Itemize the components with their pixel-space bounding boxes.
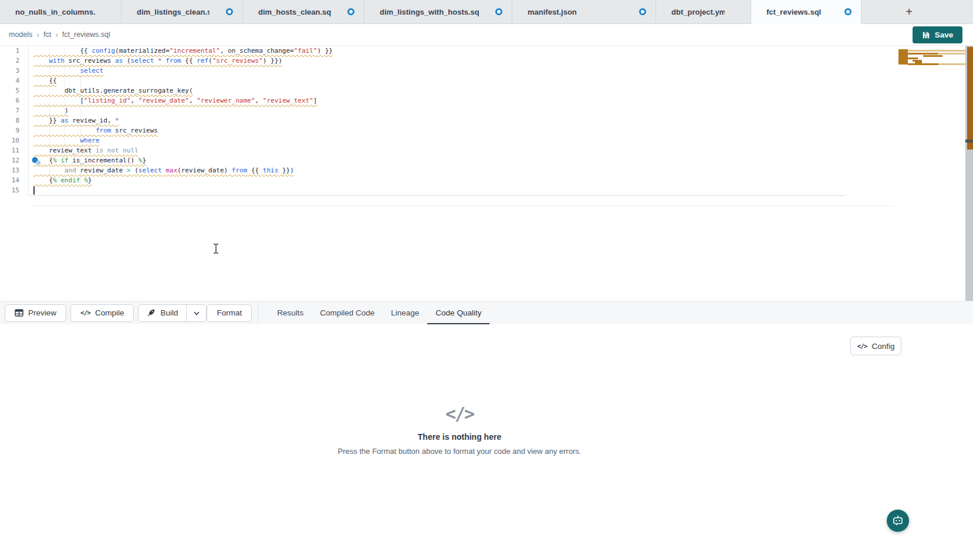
tab-fct_reviews.sql[interactable]: fct_reviews.sql xyxy=(751,0,861,24)
tab-dim_listings_clean.sql[interactable]: dim_listings_clean.sql xyxy=(121,0,243,23)
tab-label: manifest.json xyxy=(528,8,577,16)
line-number: 6 xyxy=(0,96,19,106)
rocket-icon xyxy=(147,308,156,317)
code-line-text: {{ config(materialized="incremental", on… xyxy=(33,46,333,56)
tab-manifest.json[interactable]: manifest.json xyxy=(512,0,656,23)
tab-results[interactable]: Results xyxy=(269,301,312,325)
editor-action-toolbar: Preview</>CompileBuildFormatResultsCompi… xyxy=(0,301,973,324)
tab-dim_listings_with_hosts.sql[interactable]: dim_listings_with_hosts.sql xyxy=(364,0,512,23)
scrollbar-thumb[interactable] xyxy=(965,140,973,142)
editor-tab-bar: no_nulls_in_columns.sqldim_listings_clea… xyxy=(0,0,973,24)
breadcrumb-item[interactable]: models xyxy=(9,30,32,39)
copilot-chat-button[interactable] xyxy=(887,510,909,532)
tab-compiled-code[interactable]: Compiled Code xyxy=(312,301,383,325)
table-icon xyxy=(15,308,23,317)
new-tab-button[interactable]: + xyxy=(901,4,917,19)
line-number: 8 xyxy=(0,116,19,125)
code-line-10[interactable]: 10 where xyxy=(0,135,965,145)
build-options-caret[interactable] xyxy=(186,305,206,321)
minimap-bar xyxy=(908,50,965,52)
code-quality-panel: </> Config </> There is nothing here Pre… xyxy=(0,324,973,560)
tab-label: dim_listings_clean.sql xyxy=(137,8,210,16)
active-line-border xyxy=(29,195,845,196)
line-number: 15 xyxy=(0,185,19,195)
minimap-bar xyxy=(905,57,918,59)
button-label: Preview xyxy=(28,308,56,317)
code-line-12[interactable]: 12 {% if is_incremental() %} xyxy=(0,155,965,165)
code-line-8[interactable]: 8 }} as review_id, * xyxy=(0,116,965,125)
code-line-5[interactable]: 5 dbt_utils.generate_surrogate_key( xyxy=(0,86,965,96)
breadcrumb-item[interactable]: fct_reviews.sql xyxy=(62,30,110,39)
code-line-13[interactable]: 13 and review_date > (select max(review_… xyxy=(0,165,965,175)
preview-button[interactable]: Preview xyxy=(5,304,66,322)
code-icon: </> xyxy=(80,309,90,317)
code-line-text: {% if is_incremental() %} xyxy=(33,155,146,165)
line-number: 1 xyxy=(0,46,19,56)
minimap-bar xyxy=(904,53,938,55)
tab-label: fct_reviews.sql xyxy=(766,8,821,16)
copilot-chat-icon xyxy=(892,515,904,527)
code-line-3[interactable]: 3 select xyxy=(0,66,965,76)
text-cursor xyxy=(33,186,35,195)
line-number: 12 xyxy=(0,155,19,165)
compile-button[interactable]: </>Compile xyxy=(70,304,134,322)
line-number: 9 xyxy=(0,125,19,135)
line-number: 13 xyxy=(0,165,19,175)
code-line-text: ) xyxy=(33,106,69,116)
minimap-bar xyxy=(908,63,938,65)
quick-fix-icon[interactable] xyxy=(31,157,41,165)
code-editor[interactable]: 1 {{ config(materialized="incremental", … xyxy=(0,46,965,301)
code-line-7[interactable]: 7 ) xyxy=(0,106,965,116)
build-button-label: Build xyxy=(160,308,178,317)
line-number: 11 xyxy=(0,145,19,155)
chevron-right-icon: › xyxy=(55,30,58,39)
build-split-button: Build xyxy=(138,304,207,322)
minimap-bar xyxy=(898,49,908,65)
code-line-text: select xyxy=(33,66,103,76)
active-line-border xyxy=(29,206,894,206)
empty-state: </> There is nothing here Press the Form… xyxy=(0,324,919,456)
breadcrumb-item[interactable]: fct xyxy=(43,30,51,39)
code-slash-icon: </> xyxy=(0,403,919,424)
save-button[interactable]: Save xyxy=(913,26,962,43)
minimap-bar xyxy=(923,55,942,57)
code-line-text: {% endif %} xyxy=(33,175,92,185)
tab-code-quality[interactable]: Code Quality xyxy=(427,301,489,325)
minimap-bar xyxy=(938,63,965,65)
tab-lineage[interactable]: Lineage xyxy=(383,301,427,325)
code-line-1[interactable]: 1 {{ config(materialized="incremental", … xyxy=(0,46,965,56)
code-line-14[interactable]: 14 {% endif %} xyxy=(0,175,965,185)
save-button-label: Save xyxy=(935,30,954,39)
unsaved-changes-dot xyxy=(495,8,502,15)
code-line-11[interactable]: 11 review_text is not null xyxy=(0,145,965,155)
line-number: 14 xyxy=(0,175,19,185)
line-number: 2 xyxy=(0,56,19,66)
chevron-down-icon xyxy=(193,310,200,317)
code-line-text: from src_reviews xyxy=(33,125,158,135)
line-number: 7 xyxy=(0,106,19,116)
tab-dbt_project.yml[interactable]: dbt_project.yml xyxy=(656,0,751,23)
editor-minimap[interactable] xyxy=(898,48,965,66)
button-label: Format xyxy=(217,308,242,317)
line-number: 4 xyxy=(0,76,19,86)
file-header-bar: models›fct›fct_reviews.sql Save xyxy=(0,24,973,46)
code-line-6[interactable]: 6 ["listing_id", "review_date", "reviewe… xyxy=(0,96,965,106)
unsaved-changes-dot xyxy=(347,8,354,15)
code-line-text: and review_date > (select max(review_dat… xyxy=(33,165,294,175)
code-line-15[interactable]: 15 xyxy=(0,185,965,195)
build-button[interactable]: Build xyxy=(138,305,186,321)
code-line-text: dbt_utils.generate_surrogate_key( xyxy=(33,86,193,96)
code-line-text: where xyxy=(33,135,100,145)
code-line-text: with src_reviews as (select * from {{ re… xyxy=(33,56,282,66)
code-line-2[interactable]: 2 with src_reviews as (select * from {{ … xyxy=(0,56,965,66)
format-button[interactable]: Format xyxy=(207,304,252,322)
tab-label: dim_listings_with_hosts.sql xyxy=(380,8,479,16)
code-line-4[interactable]: 4 {{ xyxy=(0,76,965,86)
empty-state-title: There is nothing here xyxy=(0,432,919,442)
tab-dim_hosts_clean.sql[interactable]: dim_hosts_clean.sql xyxy=(243,0,364,23)
scrollbar-warning-marks xyxy=(967,47,973,150)
result-tab-bar: ResultsCompiled CodeLineageCode Quality xyxy=(269,301,489,325)
tab-no_nulls_in_columns.sql[interactable]: no_nulls_in_columns.sql xyxy=(0,0,121,23)
line-number: 10 xyxy=(0,135,19,145)
code-line-9[interactable]: 9 from src_reviews xyxy=(0,125,965,135)
